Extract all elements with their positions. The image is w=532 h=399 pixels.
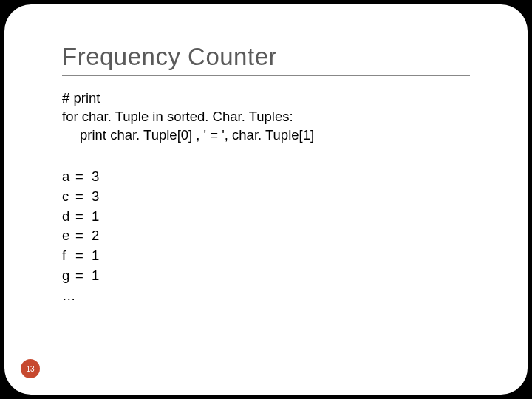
page-title: Frequency Counter xyxy=(62,43,470,76)
output-key: f xyxy=(62,246,75,266)
output-val: 3 xyxy=(92,167,99,187)
code-comment: # print xyxy=(62,89,470,108)
output-block: a = 3 c = 3 d = 1 e = 2 f = 1 g = 1 xyxy=(62,167,470,306)
output-row: d = 1 xyxy=(62,207,470,227)
output-row: g = 1 xyxy=(62,266,470,286)
equals-sign: = xyxy=(75,207,92,227)
output-val: 1 xyxy=(92,266,99,286)
output-key: c xyxy=(62,187,75,207)
equals-sign: = xyxy=(75,226,92,246)
output-val: 1 xyxy=(92,207,99,227)
output-ellipsis: … xyxy=(62,286,76,306)
output-ellipsis-row: … xyxy=(62,286,470,306)
equals-sign: = xyxy=(75,266,92,286)
equals-sign: = xyxy=(75,246,92,266)
output-key: a xyxy=(62,167,75,187)
code-block: # print for char. Tuple in sorted. Char.… xyxy=(62,89,470,145)
slide-frame: Frequency Counter # print for char. Tupl… xyxy=(4,4,528,395)
output-row: e = 2 xyxy=(62,226,470,246)
output-val: 1 xyxy=(92,246,99,266)
equals-sign: = xyxy=(75,187,92,207)
code-print: print char. Tuple[0] , ' = ', char. Tupl… xyxy=(62,126,470,145)
output-row: a = 3 xyxy=(62,167,470,187)
page-number-badge: 13 xyxy=(21,359,40,378)
output-row: f = 1 xyxy=(62,246,470,266)
output-val: 2 xyxy=(92,226,99,246)
output-key: g xyxy=(62,266,75,286)
code-for-loop: for char. Tuple in sorted. Char. Tuples: xyxy=(62,108,470,126)
equals-sign: = xyxy=(75,167,92,187)
output-row: c = 3 xyxy=(62,187,470,207)
output-key: e xyxy=(62,226,75,246)
output-val: 3 xyxy=(92,187,99,207)
output-key: d xyxy=(62,207,75,227)
